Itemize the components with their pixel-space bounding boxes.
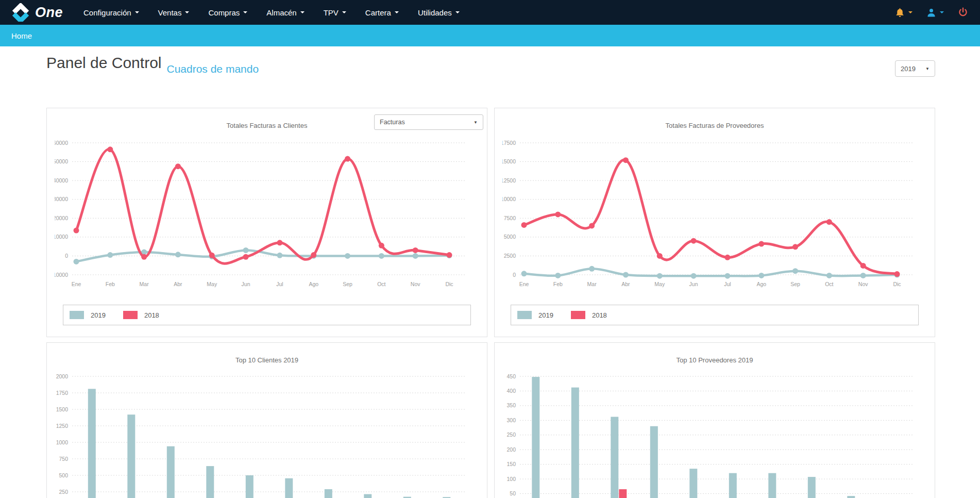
legend-swatch xyxy=(70,311,84,319)
legend-swatch xyxy=(571,311,585,319)
chevron-down-icon xyxy=(940,11,944,13)
svg-text:Feb: Feb xyxy=(553,281,563,287)
svg-text:2000: 2000 xyxy=(56,373,69,379)
year-select-value: 2019 xyxy=(901,65,916,73)
user-icon xyxy=(926,7,937,18)
power-icon xyxy=(957,7,969,18)
svg-text:Jun: Jun xyxy=(689,281,698,287)
svg-text:0: 0 xyxy=(65,253,68,259)
facturas-select[interactable]: Facturas ▼ xyxy=(374,114,483,130)
svg-text:Jul: Jul xyxy=(276,281,283,287)
year-select[interactable]: 2019 ▼ xyxy=(895,60,935,77)
svg-text:Dic: Dic xyxy=(893,281,901,287)
svg-text:Sep: Sep xyxy=(343,281,352,287)
menu-item-almacen[interactable]: Almacén xyxy=(266,8,304,17)
notifications-icon xyxy=(894,7,905,18)
chart-legend: 2019 2018 xyxy=(511,305,919,325)
user-dropdown[interactable] xyxy=(926,7,944,18)
svg-text:20000: 20000 xyxy=(55,215,68,221)
svg-text:1000: 1000 xyxy=(56,439,69,445)
line-chart-facturas-proveedores: 175001500012500100007500500025000EneFebM… xyxy=(502,136,927,290)
chevron-down-icon xyxy=(455,11,460,13)
chart-title: Top 10 Clientes 2019 xyxy=(55,356,479,364)
svg-text:12500: 12500 xyxy=(502,177,516,184)
one-logo-icon xyxy=(11,3,30,22)
svg-text:100: 100 xyxy=(506,476,516,482)
svg-text:1750: 1750 xyxy=(56,390,69,396)
legend-item-2019[interactable]: 2019 xyxy=(70,311,106,319)
breadcrumb: Home xyxy=(0,25,980,46)
brand-logo[interactable]: One xyxy=(11,3,63,22)
menu-item-configuracion[interactable]: Configuración xyxy=(83,8,139,17)
svg-text:250: 250 xyxy=(59,489,68,495)
chevron-down-icon xyxy=(243,11,247,13)
panel-facturas-proveedores: Totales Facturas de Proveedores 17500150… xyxy=(494,108,935,337)
svg-text:30000: 30000 xyxy=(55,196,68,202)
svg-text:1500: 1500 xyxy=(56,406,69,412)
panel-top-clientes: Top 10 Clientes 2019 2000175015001250100… xyxy=(46,342,487,498)
svg-text:40000: 40000 xyxy=(55,177,68,184)
svg-text:1250: 1250 xyxy=(56,423,69,429)
menu-item-utilidades[interactable]: Utilidades xyxy=(418,8,460,17)
svg-text:50: 50 xyxy=(510,490,516,496)
svg-text:Ene: Ene xyxy=(72,281,81,287)
svg-text:Oct: Oct xyxy=(377,281,385,287)
svg-text:300: 300 xyxy=(506,417,516,423)
svg-text:Dic: Dic xyxy=(445,281,453,287)
panel-top-proveedores: Top 10 Proveedores 2019 4504003503002502… xyxy=(494,342,935,498)
svg-text:Nov: Nov xyxy=(411,281,420,287)
legend-item-2018[interactable]: 2018 xyxy=(123,311,159,319)
svg-text:Abr: Abr xyxy=(621,281,630,287)
svg-text:May: May xyxy=(654,281,665,287)
chevron-down-icon xyxy=(135,11,139,13)
svg-text:50000: 50000 xyxy=(55,158,68,164)
svg-text:Ene: Ene xyxy=(519,281,529,287)
chart-legend: 2019 2018 xyxy=(63,305,471,325)
notifications-dropdown[interactable] xyxy=(894,7,913,18)
svg-text:5000: 5000 xyxy=(504,234,516,240)
menu-item-cartera[interactable]: Cartera xyxy=(365,8,399,17)
svg-text:Mar: Mar xyxy=(140,281,149,287)
chevron-down-icon xyxy=(300,11,305,13)
legend-item-2018[interactable]: 2018 xyxy=(571,311,607,319)
chevron-down-icon xyxy=(395,11,399,13)
top-navbar: One Configuración Ventas Compras Almacén… xyxy=(0,0,980,25)
select-arrow-icon: ▼ xyxy=(474,120,478,125)
logout-button[interactable] xyxy=(957,7,969,18)
breadcrumb-home-link[interactable]: Home xyxy=(11,31,32,40)
svg-text:Ago: Ago xyxy=(309,281,318,287)
facturas-select-value: Facturas xyxy=(380,119,405,126)
svg-text:-10000: -10000 xyxy=(55,272,68,278)
svg-text:Jun: Jun xyxy=(242,281,250,287)
brand-name: One xyxy=(35,5,63,21)
page-subtitle: Cuadros de mando xyxy=(166,63,259,77)
svg-text:500: 500 xyxy=(59,472,68,478)
svg-text:7500: 7500 xyxy=(504,215,516,221)
svg-text:15000: 15000 xyxy=(502,158,516,164)
chevron-down-icon xyxy=(185,11,189,13)
svg-text:2500: 2500 xyxy=(504,253,516,259)
svg-text:350: 350 xyxy=(506,402,516,408)
charts-row-1: Facturas ▼ Totales Facturas a Clientes 6… xyxy=(46,108,935,337)
legend-item-2019[interactable]: 2019 xyxy=(517,311,553,319)
svg-text:Mar: Mar xyxy=(587,281,597,287)
menu-item-ventas[interactable]: Ventas xyxy=(158,8,190,17)
svg-text:Abr: Abr xyxy=(174,281,182,287)
svg-text:250: 250 xyxy=(506,431,516,438)
chart-title: Totales Facturas de Proveedores xyxy=(502,122,927,129)
svg-text:Nov: Nov xyxy=(858,281,868,287)
svg-text:Sep: Sep xyxy=(790,281,800,287)
menu-item-compras[interactable]: Compras xyxy=(208,8,247,17)
menu-item-tpv[interactable]: TPV xyxy=(324,8,346,17)
svg-text:0: 0 xyxy=(513,272,516,278)
svg-text:May: May xyxy=(207,281,217,287)
select-arrow-icon: ▼ xyxy=(925,67,930,71)
main-menu: Configuración Ventas Compras Almacén TPV… xyxy=(83,8,460,17)
svg-text:10000: 10000 xyxy=(502,196,516,202)
line-chart-facturas-clientes: 6000050000400003000020000100000-10000Ene… xyxy=(55,136,479,290)
legend-swatch xyxy=(123,311,138,319)
svg-text:Jul: Jul xyxy=(724,281,731,287)
main-content: Panel de Control Cuadros de mando 2019 ▼… xyxy=(0,53,980,498)
svg-text:150: 150 xyxy=(506,461,516,467)
svg-text:Oct: Oct xyxy=(825,281,833,287)
